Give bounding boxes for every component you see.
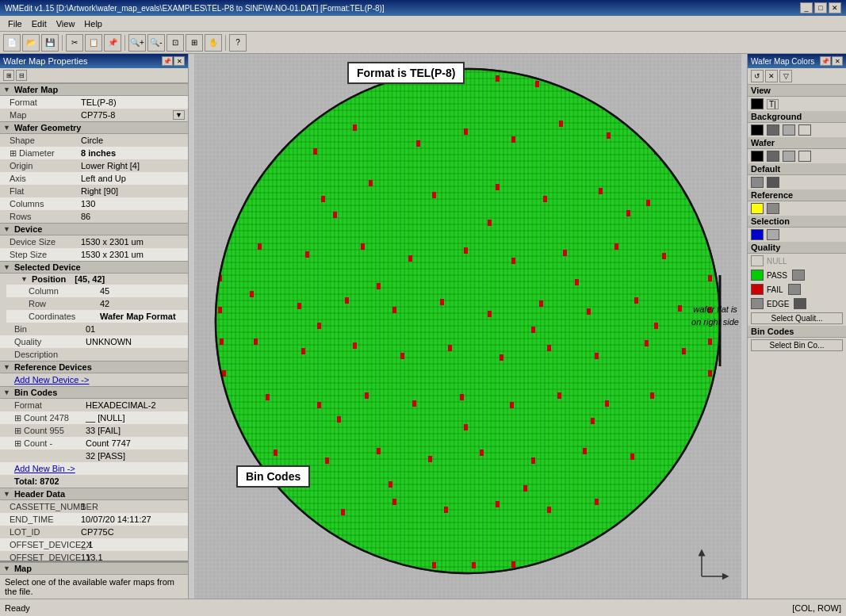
bg-swatch-dark[interactable] <box>767 124 779 136</box>
copy-button[interactable]: 📋 <box>85 34 102 52</box>
minimize-button[interactable]: _ <box>800 2 813 13</box>
center-area: Format is TEL(P-8) Bin Codes <box>189 54 747 599</box>
menu-view[interactable]: View <box>52 17 80 30</box>
colors-reset-button[interactable]: ↺ <box>751 70 764 82</box>
svg-rect-68 <box>662 253 666 259</box>
svg-rect-80 <box>301 348 305 354</box>
map-expand-icon[interactable]: ▼ <box>3 564 10 572</box>
add-new-device-link[interactable]: Add New Device -> <box>14 375 89 385</box>
fail-swatch2[interactable] <box>788 284 801 295</box>
zoom-out-button[interactable]: 🔍- <box>147 34 165 52</box>
help-button[interactable]: ? <box>229 34 247 52</box>
zoom-in-button[interactable]: 🔍+ <box>128 34 146 52</box>
panel-close-button[interactable]: ✕ <box>174 56 185 66</box>
section-device[interactable]: ▼ Device <box>0 223 188 235</box>
reference-swatch-yellow[interactable] <box>751 203 764 214</box>
step-size-row: Step Size 1530 x 2301 um <box>0 248 188 261</box>
edge-swatch2[interactable] <box>794 298 806 309</box>
right-panel-close-button[interactable]: ✕ <box>832 56 843 66</box>
selection-swatch-gray[interactable] <box>767 229 779 240</box>
open-button[interactable]: 📂 <box>22 34 40 52</box>
pan-button[interactable]: ✋ <box>205 34 222 52</box>
colors-close-button[interactable]: ✕ <box>765 70 778 82</box>
wafer-swatch-dark[interactable] <box>767 151 779 162</box>
section-header-data[interactable]: ▼ Header Data <box>0 488 188 500</box>
null-swatch[interactable] <box>751 255 764 266</box>
selection-swatch-blue[interactable] <box>751 229 764 240</box>
section-wafer-map[interactable]: ▼ Wafer Map <box>0 83 188 96</box>
wafer-map-expand-icon[interactable]: ▼ <box>3 86 10 94</box>
zoom-fit-button[interactable]: ⊡ <box>167 34 184 52</box>
svg-rect-81 <box>353 342 357 349</box>
end-time-value: 10/07/20 14:11:27 <box>81 515 151 524</box>
cut-button[interactable]: ✂ <box>66 34 83 52</box>
menu-file[interactable]: File <box>3 17 27 30</box>
add-new-bin-row[interactable]: Add New Bin -> <box>0 462 188 475</box>
section-wafer-geometry[interactable]: ▼ Wafer Geometry <box>0 121 188 134</box>
svg-rect-33 <box>708 370 712 377</box>
close-button[interactable]: ✕ <box>829 2 841 13</box>
pass-swatch[interactable] <box>751 270 764 281</box>
map-description-text: Select one of the available wafer maps f… <box>5 577 174 596</box>
fail-color-row: FAIL <box>748 282 846 297</box>
wafer-geometry-expand-icon[interactable]: ▼ <box>3 124 10 132</box>
wafer-swatch-light[interactable] <box>798 151 811 162</box>
reference-devices-expand-icon[interactable]: ▼ <box>3 363 10 371</box>
right-panel-pin-button[interactable]: 📌 <box>820 56 831 66</box>
new-button[interactable]: 📄 <box>3 34 21 52</box>
selected-device-expand-icon[interactable]: ▼ <box>3 263 10 271</box>
props-btn2[interactable]: ⊟ <box>16 70 27 81</box>
menu-edit[interactable]: Edit <box>27 17 52 30</box>
pass-swatch2[interactable] <box>792 270 805 281</box>
bg-swatch-mid[interactable] <box>783 124 795 136</box>
panel-pin-button[interactable]: 📌 <box>162 56 173 66</box>
map-expand-btn[interactable]: ▼ <box>173 110 185 120</box>
bin-codes-expand-icon[interactable]: ▼ <box>3 388 10 396</box>
bin-count2-value: 33 [FAIL] <box>86 426 121 435</box>
column-value: 45 <box>100 286 109 296</box>
right-panel-title-buttons[interactable]: 📌 ✕ <box>820 56 843 66</box>
section-selected-device[interactable]: ▼ Selected Device <box>0 261 188 274</box>
axis-label: Axis <box>10 174 81 183</box>
window-controls[interactable]: _ □ ✕ <box>800 2 841 13</box>
offset-x-value: 2.1 <box>81 540 93 549</box>
save-button[interactable]: 💾 <box>41 34 59 52</box>
header-data-expand-icon[interactable]: ▼ <box>3 490 10 498</box>
axis-row: Axis Left and Up <box>0 172 188 185</box>
wafer-swatch-black[interactable] <box>751 151 764 162</box>
section-map[interactable]: ▼ Map <box>0 562 188 575</box>
view-swatch[interactable] <box>751 98 764 109</box>
select-quality-button[interactable]: Select Qualit... <box>751 312 843 324</box>
svg-rect-109 <box>444 507 448 513</box>
svg-rect-46 <box>353 124 357 131</box>
section-reference-devices[interactable]: ▼ Reference Devices <box>0 361 188 373</box>
svg-rect-91 <box>365 392 369 399</box>
bg-swatch-light[interactable] <box>798 124 811 136</box>
toolbar: 📄 📂 💾 ✂ 📋 📌 🔍+ 🔍- ⊡ ⊞ ✋ ? <box>0 32 846 54</box>
shape-row: Shape Circle <box>0 134 188 147</box>
fail-swatch[interactable] <box>751 284 764 295</box>
maximize-button[interactable]: □ <box>814 2 827 13</box>
edge-swatch[interactable] <box>751 298 764 309</box>
section-bin-codes[interactable]: ▼ Bin Codes <box>0 386 188 399</box>
position-header[interactable]: ▼ Position [45, 42] <box>6 274 188 285</box>
colors-filter-button[interactable]: ▽ <box>779 70 792 82</box>
device-expand-icon[interactable]: ▼ <box>3 225 10 233</box>
props-btn1[interactable]: ⊞ <box>3 70 14 81</box>
wafer-map-svg[interactable] <box>194 54 741 599</box>
default-swatch2[interactable] <box>767 177 779 188</box>
select-bin-co-button[interactable]: Select Bin Co... <box>751 339 843 351</box>
add-new-device-row[interactable]: Add New Device -> <box>0 373 188 386</box>
reference-swatch-gray[interactable] <box>767 203 779 214</box>
svg-rect-107 <box>341 509 345 515</box>
position-expand-icon[interactable]: ▼ <box>21 275 28 283</box>
paste-button[interactable]: 📌 <box>104 34 121 52</box>
panel-title-buttons[interactable]: 📌 ✕ <box>162 56 185 66</box>
menu-help[interactable]: Help <box>79 17 107 30</box>
bg-swatch-black[interactable] <box>751 124 764 136</box>
add-new-bin-link[interactable]: Add New Bin -> <box>14 464 75 473</box>
wafer-swatch-mid[interactable] <box>783 151 795 162</box>
default-swatch1[interactable] <box>751 177 764 188</box>
wafer-map-label: Wafer Map <box>14 85 58 94</box>
zoom-select-button[interactable]: ⊞ <box>186 34 203 52</box>
